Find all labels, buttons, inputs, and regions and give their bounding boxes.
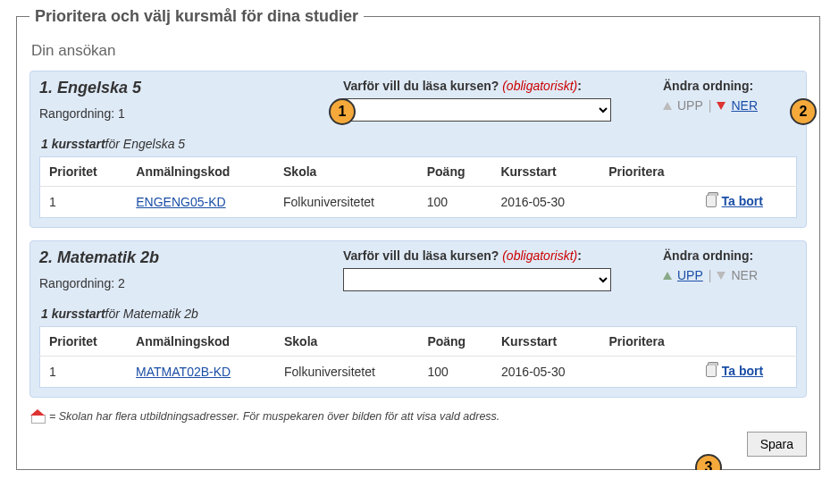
arrow-down-icon <box>717 102 726 110</box>
reason-select[interactable] <box>343 268 611 291</box>
course-priority-group: Prioritera och välj kursmål för dina stu… <box>16 7 820 470</box>
remove-button[interactable]: Ta bort <box>706 194 763 208</box>
cell-priority: 1 <box>40 357 128 388</box>
kursstart-summary: 1 kursstartför Engelska 5 <box>41 137 797 151</box>
col-code: Anmälningskod <box>127 157 274 187</box>
reason-label: Varför vill du läsa kursen? (obligatoris… <box>343 248 654 263</box>
kursstart-summary: 1 kursstartför Matematik 2b <box>41 307 797 321</box>
table-row: 1 MATMAT02B-KD Folkuniversitetet 100 201… <box>40 357 797 388</box>
cell-points: 100 <box>418 357 492 388</box>
house-icon <box>31 411 44 422</box>
col-priority: Prioritet <box>40 327 128 357</box>
col-prioritize: Prioritera <box>600 327 697 357</box>
course-title: 2. Matematik 2b <box>39 248 334 267</box>
application-subheading: Din ansökan <box>31 42 807 60</box>
table-row: 1 ENGENG05-KD Folkuniversitetet 100 2016… <box>40 187 797 218</box>
cell-points: 100 <box>418 187 492 218</box>
col-school: Skola <box>275 327 418 357</box>
move-up-button: UPP <box>677 98 703 113</box>
change-order-label: Ändra ordning: <box>663 248 797 263</box>
col-priority: Prioritet <box>40 157 128 187</box>
col-points: Poäng <box>418 327 492 357</box>
course-block: 2. Matematik 2b Rangordning: 2 Varför vi… <box>29 240 807 398</box>
course-block: 1. Engelska 5 Rangordning: 1 Varför vill… <box>29 71 807 228</box>
cell-start: 2016-05-30 <box>492 357 600 388</box>
change-order-label: Ändra ordning: <box>663 79 797 93</box>
reason-select[interactable] <box>343 98 611 122</box>
callout-badge-1: 1 <box>329 98 356 125</box>
trash-icon <box>706 195 717 207</box>
arrow-up-icon <box>663 272 672 280</box>
arrow-up-icon <box>663 102 672 110</box>
cell-priority: 1 <box>40 187 128 218</box>
course-title: 1. Engelska 5 <box>39 79 334 97</box>
arrow-down-icon <box>717 272 726 280</box>
col-start: Kursstart <box>491 157 600 187</box>
move-down-button: NER <box>731 268 758 282</box>
move-up-button[interactable]: UPP <box>677 268 703 282</box>
registration-code-link[interactable]: ENGENG05-KD <box>136 195 225 209</box>
callout-badge-2: 2 <box>790 98 817 125</box>
rank-line: Rangordning: 1 <box>39 106 334 121</box>
cell-school: Folkuniversitetet <box>274 187 418 218</box>
reason-label: Varför vill du läsa kursen? (obligatoris… <box>343 79 654 93</box>
rank-line: Rangordning: 2 <box>39 276 334 290</box>
col-prioritize: Prioritera <box>600 157 696 187</box>
trash-icon <box>706 365 717 377</box>
cell-start: 2016-05-30 <box>491 187 600 218</box>
course-rows-table: Prioritet Anmälningskod Skola Poäng Kurs… <box>39 156 797 218</box>
course-rows-table: Prioritet Anmälningskod Skola Poäng Kurs… <box>39 326 797 388</box>
group-legend: Prioritera och välj kursmål för dina stu… <box>29 7 364 26</box>
col-code: Anmälningskod <box>127 327 275 357</box>
save-button[interactable]: Spara <box>747 432 807 457</box>
move-down-button[interactable]: NER <box>731 98 758 113</box>
remove-button[interactable]: Ta bort <box>706 364 763 378</box>
registration-code-link[interactable]: MATMAT02B-KD <box>136 365 231 379</box>
col-start: Kursstart <box>492 327 600 357</box>
cell-school: Folkuniversitetet <box>275 357 418 388</box>
col-points: Poäng <box>418 157 492 187</box>
address-footnote: = Skolan har flera utbildningsadresser. … <box>31 410 807 423</box>
col-school: Skola <box>274 157 418 187</box>
